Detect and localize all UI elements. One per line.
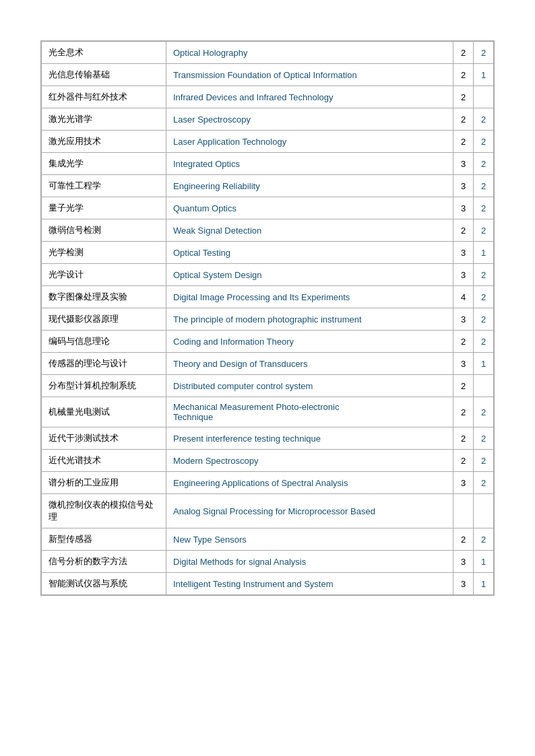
english-name: Theory and Design of Transducers	[166, 353, 453, 375]
number-col-2: 1	[474, 242, 494, 264]
number-col-1: 2	[453, 427, 474, 450]
number-col-1: 3	[453, 197, 474, 219]
number-col-2: 1	[474, 551, 494, 573]
english-name: Quantum Optics	[166, 197, 453, 219]
table-row: 光信息传输基础Transmission Foundation of Optica…	[42, 64, 494, 86]
number-col-2: 2	[474, 286, 494, 308]
english-name: Present interference testing technique	[166, 427, 453, 450]
table-row: 光学设计Optical System Design32	[42, 264, 494, 286]
number-col-2: 2	[474, 450, 494, 472]
number-col-1: 2	[453, 131, 474, 153]
number-col-1: 2	[453, 64, 474, 86]
chinese-name: 智能测试仪器与系统	[42, 573, 166, 595]
table-row: 信号分析的数字方法Digital Methods for signal Anal…	[42, 551, 494, 573]
number-col-2: 2	[474, 219, 494, 242]
english-name: Optical Holography	[166, 42, 453, 64]
english-name: Weak Signal Detection	[166, 219, 453, 242]
number-col-2: 2	[474, 528, 494, 551]
table-row: 智能测试仪器与系统Intelligent Testing Instrument …	[42, 573, 494, 595]
number-col-2: 2	[474, 153, 494, 175]
chinese-name: 光学检测	[42, 242, 166, 264]
english-name: Intelligent Testing Instrument and Syste…	[166, 573, 453, 595]
number-col-2: 2	[474, 308, 494, 331]
chinese-name: 光信息传输基础	[42, 64, 166, 86]
chinese-name: 新型传感器	[42, 528, 166, 551]
number-col-1: 3	[453, 308, 474, 331]
table-row: 机械量光电测试Mechanical Measurement Photo-elec…	[42, 397, 494, 427]
number-col-2	[474, 375, 494, 397]
english-name: New Type Sensors	[166, 528, 453, 551]
number-col-2: 2	[474, 331, 494, 353]
english-name: The principle of modern photographic ins…	[166, 308, 453, 331]
english-name: Coding and Information Theory	[166, 331, 453, 353]
main-table: 光全息术Optical Holography22光信息传输基础Transmiss…	[40, 40, 495, 596]
number-col-1: 3	[453, 573, 474, 595]
number-col-1: 2	[453, 86, 474, 108]
table-row: 编码与信息理论Coding and Information Theory22	[42, 331, 494, 353]
chinese-name: 微机控制仪表的模拟信号处理	[42, 494, 166, 528]
english-name: Modern Spectroscopy	[166, 450, 453, 472]
number-col-1: 2	[453, 108, 474, 131]
english-name: Integrated Optics	[166, 153, 453, 175]
number-col-2: 2	[474, 264, 494, 286]
table-row: 谱分析的工业应用Engineering Applications of Spec…	[42, 472, 494, 494]
number-col-2: 2	[474, 197, 494, 219]
number-col-2	[474, 494, 494, 528]
table-row: 红外器件与红外技术Infrared Devices and Infrared T…	[42, 86, 494, 108]
number-col-2: 2	[474, 427, 494, 450]
table-row: 新型传感器New Type Sensors22	[42, 528, 494, 551]
table-row: 光全息术Optical Holography22	[42, 42, 494, 64]
number-col-2: 2	[474, 131, 494, 153]
english-name: Optical System Design	[166, 264, 453, 286]
chinese-name: 量子光学	[42, 197, 166, 219]
number-col-2: 1	[474, 353, 494, 375]
table-row: 激光光谱学Laser Spectroscopy22	[42, 108, 494, 131]
chinese-name: 集成光学	[42, 153, 166, 175]
chinese-name: 红外器件与红外技术	[42, 86, 166, 108]
chinese-name: 近代光谱技术	[42, 450, 166, 472]
chinese-name: 传感器的理论与设计	[42, 353, 166, 375]
english-name: Laser Spectroscopy	[166, 108, 453, 131]
chinese-name: 可靠性工程学	[42, 175, 166, 197]
english-name: Infrared Devices and Infrared Technology	[166, 86, 453, 108]
number-col-1: 2	[453, 528, 474, 551]
number-col-2: 1	[474, 573, 494, 595]
english-name: Digital Methods for signal Analysis	[166, 551, 453, 573]
chinese-name: 激光光谱学	[42, 108, 166, 131]
number-col-1: 3	[453, 153, 474, 175]
english-name: Transmission Foundation of Optical Infor…	[166, 64, 453, 86]
number-col-1: 3	[453, 242, 474, 264]
table-row: 微机控制仪表的模拟信号处理Analog Signal Processing fo…	[42, 494, 494, 528]
table-row: 分布型计算机控制系统Distributed computer control s…	[42, 375, 494, 397]
number-col-2: 2	[474, 397, 494, 427]
chinese-name: 光学设计	[42, 264, 166, 286]
chinese-name: 信号分析的数字方法	[42, 551, 166, 573]
number-col-2	[474, 86, 494, 108]
english-name: Optical Testing	[166, 242, 453, 264]
chinese-name: 谱分析的工业应用	[42, 472, 166, 494]
number-col-1: 2	[453, 375, 474, 397]
table-row: 近代干涉测试技术Present interference testing tec…	[42, 427, 494, 450]
table-row: 微弱信号检测Weak Signal Detection22	[42, 219, 494, 242]
number-col-2: 2	[474, 472, 494, 494]
chinese-name: 机械量光电测试	[42, 397, 166, 427]
number-col-1: 3	[453, 551, 474, 573]
chinese-name: 近代干涉测试技术	[42, 427, 166, 450]
table-row: 传感器的理论与设计Theory and Design of Transducer…	[42, 353, 494, 375]
number-col-1: 3	[453, 472, 474, 494]
table-row: 可靠性工程学Engineering Reliability32	[42, 175, 494, 197]
number-col-1: 2	[453, 331, 474, 353]
number-col-1: 3	[453, 264, 474, 286]
number-col-1: 2	[453, 397, 474, 427]
table-row: 光学检测Optical Testing31	[42, 242, 494, 264]
english-name: Distributed computer control system	[166, 375, 453, 397]
number-col-1: 3	[453, 175, 474, 197]
number-col-1: 2	[453, 42, 474, 64]
table-row: 数字图像处理及实验Digital Image Processing and It…	[42, 286, 494, 308]
english-name: Engineering Reliability	[166, 175, 453, 197]
chinese-name: 光全息术	[42, 42, 166, 64]
number-col-1: 3	[453, 353, 474, 375]
chinese-name: 激光应用技术	[42, 131, 166, 153]
number-col-1	[453, 494, 474, 528]
table-row: 集成光学Integrated Optics32	[42, 153, 494, 175]
